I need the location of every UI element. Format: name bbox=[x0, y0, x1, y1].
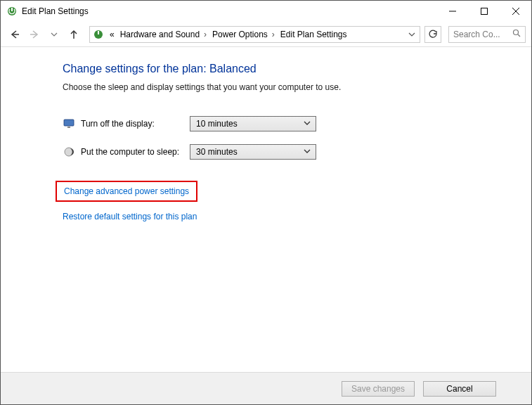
breadcrumb-label: Edit Plan Settings bbox=[280, 30, 347, 39]
window-title: Edit Plan Settings bbox=[22, 6, 89, 16]
page-subtext: Choose the sleep and display settings th… bbox=[63, 82, 531, 92]
svg-rect-13 bbox=[64, 120, 74, 126]
page-heading: Change settings for the plan: Balanced bbox=[63, 63, 531, 75]
chevron-right-icon: › bbox=[204, 30, 207, 39]
footer-bar: Save changes Cancel bbox=[1, 372, 531, 404]
dropdown-value: 10 minutes bbox=[196, 119, 301, 129]
put-computer-to-sleep-dropdown[interactable]: 30 minutes bbox=[190, 144, 316, 160]
breadcrumb-more-label: « bbox=[110, 30, 115, 39]
highlight-box: Change advanced power settings bbox=[56, 181, 197, 202]
put-computer-to-sleep-label: Put the computer to sleep: bbox=[81, 147, 190, 157]
nav-toolbar: « Hardware and Sound › Power Options › E… bbox=[1, 22, 531, 47]
minimize-button[interactable] bbox=[436, 1, 468, 22]
svg-rect-14 bbox=[67, 127, 70, 128]
address-bar[interactable]: « Hardware and Sound › Power Options › E… bbox=[89, 26, 420, 43]
svg-rect-3 bbox=[481, 8, 487, 15]
svg-rect-10 bbox=[98, 31, 99, 34]
close-button[interactable] bbox=[500, 1, 531, 22]
cancel-button[interactable]: Cancel bbox=[423, 381, 496, 397]
search-placeholder: Search Co... bbox=[453, 30, 512, 39]
chevron-down-icon bbox=[301, 147, 313, 157]
links-block: Change advanced power settings Restore d… bbox=[63, 181, 531, 221]
sleep-icon bbox=[63, 146, 75, 158]
row-turn-off-display: Turn off the display: 10 minutes bbox=[63, 116, 531, 131]
search-input[interactable]: Search Co... bbox=[448, 26, 526, 43]
search-icon bbox=[512, 29, 521, 39]
content-area: Change settings for the plan: Balanced C… bbox=[1, 47, 531, 372]
maximize-button[interactable] bbox=[468, 1, 500, 22]
turn-off-display-dropdown[interactable]: 10 minutes bbox=[190, 116, 316, 131]
svg-point-11 bbox=[514, 30, 519, 35]
chevron-right-icon: › bbox=[272, 30, 275, 39]
settings-block: Turn off the display: 10 minutes Put the… bbox=[63, 116, 531, 160]
back-button[interactable] bbox=[6, 26, 23, 43]
svg-rect-1 bbox=[11, 8, 13, 11]
breadcrumb-more[interactable]: « bbox=[107, 27, 117, 42]
chevron-down-icon bbox=[301, 119, 313, 129]
svg-line-12 bbox=[518, 34, 520, 37]
refresh-button[interactable] bbox=[424, 26, 441, 43]
row-put-computer-to-sleep: Put the computer to sleep: 30 minutes bbox=[63, 144, 531, 160]
save-changes-button[interactable]: Save changes bbox=[342, 381, 415, 397]
up-button[interactable] bbox=[65, 26, 82, 43]
address-dropdown[interactable] bbox=[406, 27, 418, 42]
power-options-icon bbox=[93, 29, 104, 40]
titlebar: Edit Plan Settings bbox=[1, 1, 531, 22]
turn-off-display-label: Turn off the display: bbox=[81, 119, 190, 129]
breadcrumb-label: Hardware and Sound bbox=[120, 30, 200, 39]
breadcrumb-edit-plan-settings[interactable]: Edit Plan Settings bbox=[278, 27, 350, 42]
display-icon bbox=[63, 117, 75, 130]
restore-default-settings-link[interactable]: Restore default settings for this plan bbox=[63, 212, 531, 221]
breadcrumb-label: Power Options bbox=[212, 30, 268, 39]
breadcrumb-hardware-and-sound[interactable]: Hardware and Sound › bbox=[117, 27, 209, 42]
forward-button[interactable] bbox=[26, 26, 43, 43]
breadcrumb-power-options[interactable]: Power Options › bbox=[209, 27, 278, 42]
dropdown-value: 30 minutes bbox=[196, 147, 301, 157]
recent-locations-button[interactable] bbox=[46, 26, 63, 43]
change-advanced-power-settings-link[interactable]: Change advanced power settings bbox=[64, 186, 189, 196]
power-options-icon bbox=[6, 6, 18, 17]
